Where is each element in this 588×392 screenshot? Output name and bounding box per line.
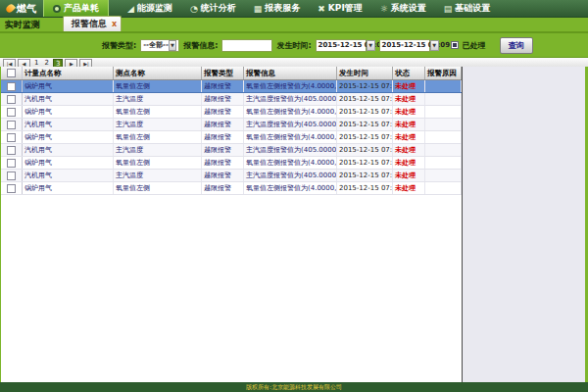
cell-sensor: 氧量值左侧: [114, 131, 202, 143]
menu-item-4[interactable]: ✖KPI管理: [309, 0, 370, 17]
table-row[interactable]: 锅炉用气氧量值左侧越限报警氧量值左侧报警值为(4.0000,7.0000),实际…: [1, 131, 462, 144]
chevron-down-icon: ▼: [169, 40, 176, 51]
alarm-type-label: 报警类型:: [102, 40, 136, 51]
cell-reason: [425, 157, 462, 169]
column-header-1[interactable]: 计量点名称: [23, 67, 114, 79]
cell-status: 未处理: [393, 170, 425, 181]
cell-time: 2015-12-15 07:15:14: [337, 157, 393, 169]
grid-icon: ▦: [254, 4, 263, 14]
table-row[interactable]: 锅炉用气氧量值左侧越限报警氧量值左侧报警值为(4.0000,7.0000),实际…: [1, 182, 462, 195]
cell-message: 氧量值左侧报警值为(4.0000,7.0000),实际值为3.4521: [244, 131, 337, 143]
close-icon[interactable]: x: [112, 21, 117, 28]
cell-type: 越限报警: [202, 144, 244, 156]
row-checkbox[interactable]: [7, 146, 16, 155]
table-row[interactable]: 汽机用气主汽温度越限报警主汽温度报警值为(405.0000,420.0000),…: [1, 170, 462, 182]
cell-point: 汽机用气: [23, 93, 114, 105]
cell-point: 锅炉用气: [23, 80, 114, 92]
cell-type: 越限报警: [202, 182, 244, 194]
main-menu: ◢能源监测◔统计分析▦报表服务✖KPI管理☼系统设置▤基础设置: [119, 0, 499, 17]
handled-label: 已处理: [463, 40, 486, 51]
alarm-table: 计量点名称测点名称报警类型报警信息发生时间状态报警原因 锅炉用气氧量值左侧越限报…: [1, 67, 463, 382]
column-header-5[interactable]: 发生时间: [337, 67, 393, 79]
cell-point: 汽机用气: [23, 119, 114, 130]
cell-time: 2015-12-15 07:20:22: [337, 144, 393, 156]
handled-checkbox[interactable]: [451, 41, 459, 49]
cell-time: 2015-12-15 07:51:45: [337, 106, 393, 118]
checkbox-check-icon: [453, 43, 457, 47]
table-row[interactable]: 汽机用气主汽温度越限报警主汽温度报警值为(405.0000,420.0000),…: [1, 93, 462, 106]
cell-type: 越限报警: [202, 119, 244, 130]
row-checkbox[interactable]: [7, 95, 16, 104]
row-checkbox[interactable]: [7, 108, 16, 117]
cell-sensor: 主汽温度: [114, 93, 202, 105]
cell-point: 锅炉用气: [23, 182, 114, 194]
cell-sensor: 氧量值左侧: [114, 157, 202, 169]
row-checkbox-cell: [1, 131, 23, 143]
menu-item-6[interactable]: ▤基础设置: [435, 0, 500, 17]
cell-sensor: 主汽温度: [114, 119, 202, 130]
cell-time: 2015-12-15 07:56:58: [337, 80, 393, 92]
cell-status: 未处理: [393, 182, 425, 194]
row-checkbox[interactable]: [7, 133, 16, 142]
row-checkbox[interactable]: [7, 184, 16, 193]
column-header-2[interactable]: 测点名称: [114, 67, 202, 79]
table-row[interactable]: 锅炉用气氧量值左侧越限报警氧量值左侧报警值为(4.0000,7.0000),实际…: [1, 106, 462, 119]
row-checkbox-cell: [1, 170, 23, 181]
menu-item-3[interactable]: ▦报表服务: [245, 0, 310, 17]
menu-item-1[interactable]: ◢能源监测: [119, 0, 181, 17]
alarm-type-value: --全部--: [143, 40, 169, 50]
row-checkbox[interactable]: [7, 121, 16, 129]
alarm-info-label: 报警信息:: [183, 40, 218, 51]
time-to-input[interactable]: 2015-12-15 08:09: [379, 39, 430, 52]
column-header-6[interactable]: 状态: [393, 67, 425, 79]
time-from-dropdown-icon[interactable]: ▼: [367, 40, 375, 51]
time-to-dropdown-icon[interactable]: ▼: [430, 40, 439, 51]
filter-bar: 报警类型: --全部-- ▼ 报警信息: 发生时间: 2015-12-15 07…: [0, 33, 588, 58]
cell-time: 2015-12-15 07:56:53: [337, 93, 393, 105]
alarm-type-select[interactable]: --全部-- ▼: [140, 39, 179, 52]
menu-item-2[interactable]: ◔统计分析: [181, 0, 245, 17]
building-icon: ▤: [444, 4, 453, 14]
cell-point: 锅炉用气: [23, 131, 114, 143]
product-consumption-button[interactable]: 产品单耗: [43, 0, 109, 17]
cell-point: 汽机用气: [23, 170, 114, 181]
cell-message: 氧量值左侧报警值为(4.0000,7.0000),实际值为7.7690: [244, 80, 337, 92]
chart-line-icon: ◢: [127, 4, 134, 14]
row-checkbox-cell: [1, 144, 23, 156]
cell-reason: [425, 93, 462, 105]
table-row[interactable]: 锅炉用气氧量值左侧越限报警氧量值左侧报警值为(4.0000,7.0000),实际…: [1, 80, 462, 93]
row-checkbox-cell: [1, 80, 23, 92]
tab-alarm-info[interactable]: 报警信息 x: [63, 16, 122, 31]
menu-item-5[interactable]: ☼系统设置: [371, 0, 435, 17]
tab-bar: 实时监测 报警信息 x: [0, 18, 588, 33]
table-header-row: 计量点名称测点名称报警类型报警信息发生时间状态报警原因: [1, 67, 462, 80]
table-row[interactable]: 汽机用气主汽温度越限报警主汽温度报警值为(405.0000,420.0000),…: [1, 119, 462, 131]
cell-message: 主汽温度报警值为(405.0000,420.0000),实际值为421.3625: [244, 170, 337, 181]
gear-icon: ☼: [380, 4, 388, 14]
menu-item-label: 报表服务: [265, 2, 300, 15]
cell-status: 未处理: [393, 157, 425, 169]
cell-sensor: 氧量值左侧: [114, 182, 202, 194]
row-checkbox[interactable]: [7, 82, 16, 91]
column-header-3[interactable]: 报警类型: [202, 67, 244, 79]
row-checkbox[interactable]: [7, 159, 16, 168]
cell-type: 越限报警: [202, 93, 244, 105]
menu-item-label: 能源监测: [137, 2, 172, 15]
column-header-4[interactable]: 报警信息: [244, 67, 337, 79]
row-checkbox-cell: [1, 119, 23, 130]
time-from-input[interactable]: 2015-12-15 07:09: [316, 39, 367, 52]
cell-status: 未处理: [393, 119, 425, 130]
table-row[interactable]: 汽机用气主汽温度越限报警主汽温度报警值为(405.0000,420.0000),…: [1, 144, 462, 157]
menu-item-label: KPI管理: [328, 2, 363, 15]
footer-bar: 版权所有:北京能源科技发展有限公司: [0, 382, 588, 392]
cell-type: 越限报警: [202, 170, 244, 181]
row-checkbox[interactable]: [7, 172, 16, 180]
cell-time: 2015-12-15 07:25:25: [337, 119, 393, 130]
column-header-7[interactable]: 报警原因: [425, 67, 462, 79]
alarm-info-input[interactable]: [221, 39, 272, 52]
table-row[interactable]: 锅炉用气氧量值左侧越限报警氧量值左侧报警值为(4.0000,7.0000),实际…: [1, 157, 462, 170]
cell-type: 越限报警: [202, 106, 244, 118]
cell-reason: [425, 119, 462, 130]
query-button[interactable]: 查询: [500, 37, 533, 54]
select-all-checkbox[interactable]: [7, 69, 16, 77]
